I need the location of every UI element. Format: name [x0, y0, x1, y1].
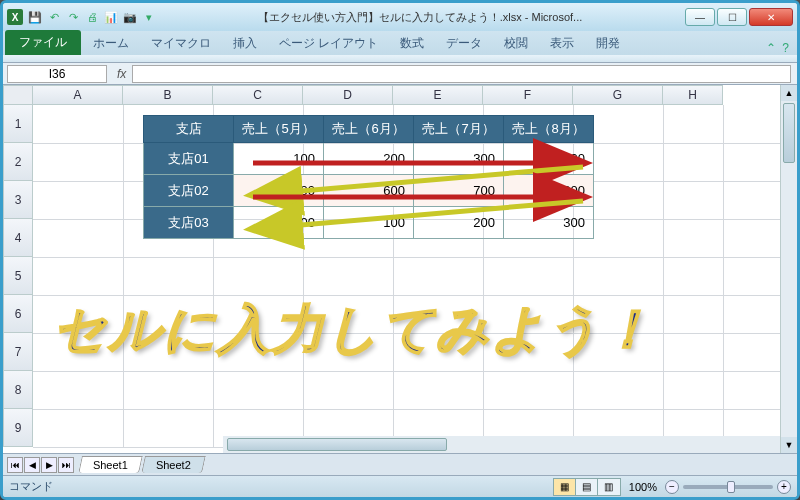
- titlebar: X 💾 ↶ ↷ 🖨 📊 📷 ▾ 【エクセル使い方入門】セルに入力してみよう！.x…: [3, 3, 797, 31]
- scroll-up-icon[interactable]: ▲: [781, 85, 797, 101]
- quick-access-toolbar: 💾 ↶ ↷ 🖨 📊 📷 ▾: [27, 9, 157, 25]
- view-pagebreak-icon[interactable]: ▥: [598, 479, 620, 495]
- header-may: 売上（5月）: [234, 116, 324, 143]
- value-cell[interactable]: 800: [504, 175, 594, 207]
- undo-icon[interactable]: ↶: [46, 9, 62, 25]
- tab-data[interactable]: データ: [436, 32, 492, 55]
- row-header[interactable]: 8: [3, 371, 33, 409]
- tab-review[interactable]: 校閲: [494, 32, 538, 55]
- zoom-in-icon[interactable]: +: [777, 480, 791, 494]
- vertical-scrollbar[interactable]: ▲ ▼: [780, 85, 797, 453]
- tab-nav-last-icon[interactable]: ⏭: [58, 457, 74, 473]
- row-header[interactable]: 6: [3, 295, 33, 333]
- window-buttons: — ☐ ✕: [683, 8, 793, 26]
- ribbon-tabs: ファイル ホーム マイマクロ 挿入 ページ レイアウト 数式 データ 校閲 表示…: [3, 31, 797, 55]
- view-normal-icon[interactable]: ▦: [554, 479, 576, 495]
- value-cell[interactable]: 500: [234, 175, 324, 207]
- ribbon-min-icon[interactable]: ⌃: [766, 41, 776, 55]
- formula-input[interactable]: [132, 65, 791, 83]
- value-cell[interactable]: 300: [504, 207, 594, 239]
- col-header[interactable]: E: [393, 85, 483, 105]
- tab-developer[interactable]: 開発: [586, 32, 630, 55]
- col-header[interactable]: C: [213, 85, 303, 105]
- zoom-out-icon[interactable]: −: [665, 480, 679, 494]
- qat-more-icon[interactable]: ▾: [141, 9, 157, 25]
- sheet-tab-active[interactable]: Sheet1: [78, 456, 142, 473]
- table-row: 支店01 100 200 300 400: [144, 143, 594, 175]
- column-headers: ABCDEFGH: [3, 85, 797, 105]
- maximize-button[interactable]: ☐: [717, 8, 747, 26]
- tab-file[interactable]: ファイル: [5, 30, 81, 55]
- close-button[interactable]: ✕: [749, 8, 793, 26]
- header-branch: 支店: [144, 116, 234, 143]
- tab-pagelayout[interactable]: ページ レイアウト: [269, 32, 388, 55]
- worksheet-area[interactable]: ABCDEFGH 123456789 支店 売上（5月） 売上（6月） 売上（7…: [3, 85, 797, 455]
- tab-nav-first-icon[interactable]: ⏮: [7, 457, 23, 473]
- col-header[interactable]: B: [123, 85, 213, 105]
- branch-cell[interactable]: 支店02: [144, 175, 234, 207]
- row-header[interactable]: 2: [3, 143, 33, 181]
- tab-nav-next-icon[interactable]: ▶: [41, 457, 57, 473]
- row-header[interactable]: 1: [3, 105, 33, 143]
- col-header[interactable]: F: [483, 85, 573, 105]
- value-cell[interactable]: 900: [234, 207, 324, 239]
- scroll-thumb[interactable]: [227, 438, 447, 451]
- row-headers: 123456789: [3, 105, 33, 447]
- row-header[interactable]: 9: [3, 409, 33, 447]
- view-pagelayout-icon[interactable]: ▤: [576, 479, 598, 495]
- select-all-corner[interactable]: [3, 85, 33, 105]
- value-cell[interactable]: 300: [414, 143, 504, 175]
- save-icon[interactable]: 💾: [27, 9, 43, 25]
- tab-mymacro[interactable]: マイマクロ: [141, 32, 221, 55]
- value-cell[interactable]: 200: [414, 207, 504, 239]
- value-cell[interactable]: 700: [414, 175, 504, 207]
- tab-view[interactable]: 表示: [540, 32, 584, 55]
- camera-icon[interactable]: 📷: [122, 9, 138, 25]
- row-header[interactable]: 7: [3, 333, 33, 371]
- zoom-thumb[interactable]: [727, 481, 735, 493]
- sales-table: 支店 売上（5月） 売上（6月） 売上（7月） 売上（8月） 支店01 100 …: [143, 115, 594, 239]
- tab-insert[interactable]: 挿入: [223, 32, 267, 55]
- value-cell[interactable]: 400: [504, 143, 594, 175]
- tab-home[interactable]: ホーム: [83, 32, 139, 55]
- ribbon-strip: [3, 55, 797, 63]
- scroll-thumb[interactable]: [783, 103, 795, 163]
- tab-nav-prev-icon[interactable]: ◀: [24, 457, 40, 473]
- table-row: 支店02 500 600 700 800: [144, 175, 594, 207]
- view-buttons: ▦ ▤ ▥: [553, 478, 621, 496]
- value-cell[interactable]: 100: [324, 207, 414, 239]
- excel-window: X 💾 ↶ ↷ 🖨 📊 📷 ▾ 【エクセル使い方入門】セルに入力してみよう！.x…: [0, 0, 800, 500]
- row-header[interactable]: 3: [3, 181, 33, 219]
- chart-icon[interactable]: 📊: [103, 9, 119, 25]
- app-icon: X: [7, 9, 23, 25]
- scroll-down-icon[interactable]: ▼: [781, 437, 797, 453]
- header-jul: 売上（7月）: [414, 116, 504, 143]
- formula-bar: I36 fx: [3, 63, 797, 85]
- value-cell[interactable]: 600: [324, 175, 414, 207]
- name-box[interactable]: I36: [7, 65, 107, 83]
- help-icon[interactable]: ?: [782, 41, 789, 55]
- col-header[interactable]: A: [33, 85, 123, 105]
- zoom-level[interactable]: 100%: [629, 481, 657, 493]
- tab-formulas[interactable]: 数式: [390, 32, 434, 55]
- zoom-track[interactable]: [683, 485, 773, 489]
- window-title: 【エクセル使い方入門】セルに入力してみよう！.xlsx - Microsof..…: [157, 10, 683, 25]
- fx-icon[interactable]: fx: [111, 67, 132, 81]
- value-cell[interactable]: 200: [324, 143, 414, 175]
- minimize-button[interactable]: —: [685, 8, 715, 26]
- row-header[interactable]: 5: [3, 257, 33, 295]
- row-header[interactable]: 4: [3, 219, 33, 257]
- print-icon[interactable]: 🖨: [84, 9, 100, 25]
- zoom-slider[interactable]: − +: [665, 480, 791, 494]
- col-header[interactable]: D: [303, 85, 393, 105]
- col-header[interactable]: G: [573, 85, 663, 105]
- branch-cell[interactable]: 支店01: [144, 143, 234, 175]
- sheet-tab-bar: ⏮ ◀ ▶ ⏭ Sheet1 Sheet2: [3, 453, 797, 475]
- branch-cell[interactable]: 支店03: [144, 207, 234, 239]
- value-cell[interactable]: 100: [234, 143, 324, 175]
- redo-icon[interactable]: ↷: [65, 9, 81, 25]
- table-row: 支店03 900 100 200 300: [144, 207, 594, 239]
- sheet-tab[interactable]: Sheet2: [141, 456, 205, 473]
- horizontal-scrollbar[interactable]: [223, 436, 780, 453]
- col-header[interactable]: H: [663, 85, 723, 105]
